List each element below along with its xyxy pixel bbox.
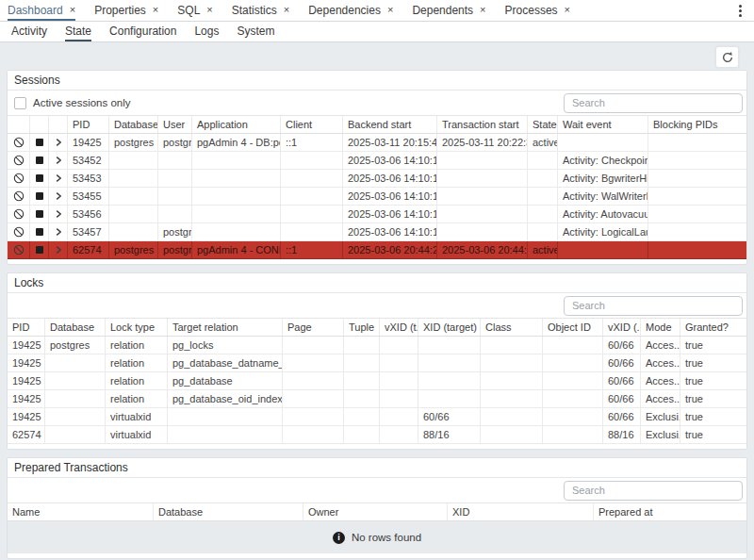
terminate-session-button[interactable] xyxy=(30,134,49,151)
sessions-search-input[interactable] xyxy=(564,93,743,113)
lock-row[interactable]: 19425relationpg_database_oid_index60/66A… xyxy=(8,390,746,408)
more-options-button[interactable] xyxy=(736,0,745,21)
tab-dashboard[interactable]: Dashboard× xyxy=(8,0,75,21)
cell-database: postgres xyxy=(109,241,158,258)
refresh-button[interactable] xyxy=(715,46,739,68)
cell-application xyxy=(192,188,281,205)
tab-dependencies[interactable]: Dependencies× xyxy=(308,0,393,21)
stop-icon xyxy=(36,139,43,146)
stop-icon xyxy=(36,192,43,200)
cell-state xyxy=(528,206,558,222)
locks-search-input[interactable] xyxy=(564,296,743,316)
cell-granted-: true xyxy=(680,408,746,425)
cell-client xyxy=(281,223,343,240)
column-header-xid: XID xyxy=(448,503,594,520)
subtab-system[interactable]: System xyxy=(237,22,274,41)
cell-page xyxy=(283,390,344,407)
expand-icon xyxy=(54,209,63,219)
cell-target-relation: pg_locks xyxy=(168,337,283,354)
subtab-activity[interactable]: Activity xyxy=(11,22,47,41)
cancel-query-button[interactable] xyxy=(8,152,30,169)
column-header-granted-: Granted? xyxy=(680,319,746,336)
cell-backend-start: 2025-03-06 14:10:11 ... xyxy=(343,170,437,187)
lock-row[interactable]: 19425relationpg_database_datname_ind...6… xyxy=(8,354,746,372)
expand-row-button[interactable] xyxy=(49,241,68,258)
cell-page xyxy=(283,408,344,425)
tab-statistics[interactable]: Statistics× xyxy=(232,0,289,21)
expand-row-button[interactable] xyxy=(49,152,68,169)
cancel-query-button[interactable] xyxy=(8,170,30,187)
column-header-application: Application xyxy=(192,116,281,133)
cell-object-id xyxy=(543,354,603,371)
active-sessions-checkbox[interactable] xyxy=(14,97,26,109)
cell-user xyxy=(158,170,192,187)
session-row[interactable]: 534552025-03-06 14:10:11 ...Activity: Wa… xyxy=(8,188,746,206)
session-row[interactable]: 534562025-03-06 14:10:11 ...Activity: Au… xyxy=(8,206,746,223)
tab-processes[interactable]: Processes× xyxy=(505,0,570,21)
lock-row[interactable]: 19425relationpg_database60/66Acces...tru… xyxy=(8,372,746,390)
cell-database xyxy=(45,390,106,407)
subtab-state[interactable]: State xyxy=(65,22,91,41)
terminate-session-button[interactable] xyxy=(30,188,49,205)
tab-label: Processes xyxy=(505,4,558,17)
terminate-session-button[interactable] xyxy=(30,241,49,258)
session-row[interactable]: 62574postgrespostgr...pgAdmin 4 - CONN:6… xyxy=(8,241,746,259)
cell-tuple xyxy=(344,372,380,389)
terminate-session-button[interactable] xyxy=(30,223,49,240)
cancel-query-button[interactable] xyxy=(8,223,30,240)
terminate-session-button[interactable] xyxy=(30,152,49,169)
cancel-query-button[interactable] xyxy=(8,241,30,258)
cell-granted-: true xyxy=(680,372,746,389)
tab-properties[interactable]: Properties× xyxy=(94,0,158,21)
subtab-logs[interactable]: Logs xyxy=(194,22,219,41)
stop-icon xyxy=(36,156,43,164)
cancel-query-button[interactable] xyxy=(8,134,30,151)
expand-row-button[interactable] xyxy=(49,134,68,151)
subtab-configuration[interactable]: Configuration xyxy=(109,22,176,41)
lock-row[interactable]: 19425virtualxid60/6660/66Exclusi...true xyxy=(8,408,746,426)
cell-vxid-t- xyxy=(380,390,418,407)
cell-user xyxy=(158,188,192,205)
close-icon[interactable]: × xyxy=(153,5,158,15)
cell-pid: 62574 xyxy=(8,426,45,443)
tab-dependents[interactable]: Dependents× xyxy=(412,0,485,21)
close-icon[interactable]: × xyxy=(206,5,212,15)
prepared-search-input[interactable] xyxy=(564,481,743,501)
close-icon[interactable]: × xyxy=(387,5,393,15)
cell-lock-type: relation xyxy=(106,390,168,407)
close-icon[interactable]: × xyxy=(565,5,570,15)
session-row[interactable]: 19425postgrespostgr...pgAdmin 4 - DB:pos… xyxy=(8,134,746,152)
cell-pid: 19425 xyxy=(8,408,45,425)
cell-pid: 19425 xyxy=(8,372,45,389)
cell-tuple xyxy=(344,337,380,354)
cancel-icon xyxy=(13,137,25,148)
kebab-dot xyxy=(739,14,742,17)
expand-row-button[interactable] xyxy=(49,170,68,187)
cell-class xyxy=(481,408,543,425)
stop-icon xyxy=(36,174,43,182)
lock-row[interactable]: 19425postgresrelationpg_locks60/66Acces.… xyxy=(8,337,746,354)
lock-row[interactable]: 62574virtualxid88/1688/16Exclusi...true xyxy=(8,426,746,444)
cell-xid-target- xyxy=(418,337,481,354)
expand-row-button[interactable] xyxy=(49,188,68,205)
session-row[interactable]: 534532025-03-06 14:10:11 ...Activity: Bg… xyxy=(8,170,746,188)
tab-sql[interactable]: SQL× xyxy=(177,0,212,21)
terminate-session-button[interactable] xyxy=(30,206,49,222)
close-icon[interactable]: × xyxy=(284,5,289,15)
cell-transaction-start xyxy=(437,188,528,205)
session-row[interactable]: 53457postgr...2025-03-06 14:10:11 ...Act… xyxy=(8,223,746,241)
expand-row-button[interactable] xyxy=(49,206,68,222)
cell-xid-target- xyxy=(418,354,481,371)
close-icon[interactable]: × xyxy=(480,5,485,15)
session-row[interactable]: 534522025-03-06 14:10:11 ...Activity: Ch… xyxy=(8,152,746,170)
cell-wait-event: Activity: Checkpointe... xyxy=(558,152,648,169)
cancel-query-button[interactable] xyxy=(8,206,30,222)
expand-row-button[interactable] xyxy=(49,223,68,240)
terminate-session-button[interactable] xyxy=(30,170,49,187)
cancel-query-button[interactable] xyxy=(8,188,30,205)
cell-database xyxy=(109,206,158,222)
close-icon[interactable]: × xyxy=(70,5,75,15)
cell-client: ::1 xyxy=(281,241,343,258)
column-header-vxid-: vXID (... xyxy=(603,319,641,336)
dashboard-content: Sessions Active sessions only PIDDatabas… xyxy=(0,42,754,558)
